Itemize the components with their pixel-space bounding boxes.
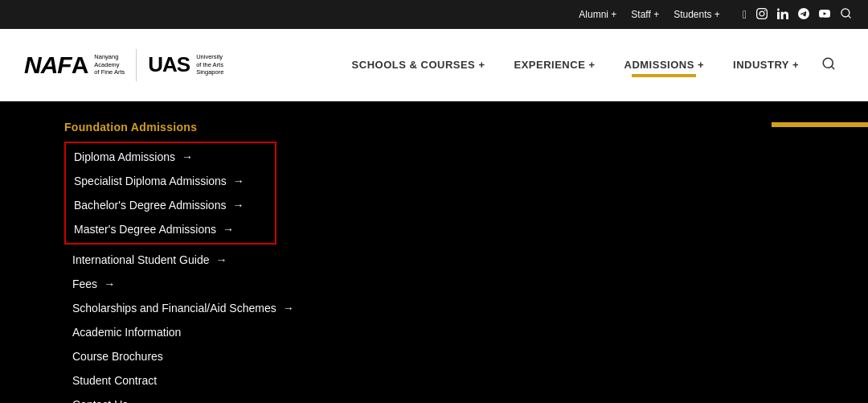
plain-menu-group: International Student Guide → Fees → Sch… [64, 248, 868, 403]
masters-degree-item[interactable]: Master's Degree Admissions → [66, 217, 275, 241]
fees-item[interactable]: Fees → [64, 272, 868, 296]
international-student-guide-item[interactable]: International Student Guide → [64, 248, 868, 272]
staff-link[interactable]: Staff + [631, 9, 659, 20]
uas-logo-text: UAS [148, 52, 190, 77]
students-link[interactable]: Students + [674, 9, 720, 20]
alumni-link[interactable]: Alumni + [579, 9, 616, 20]
scholarships-item[interactable]: Scholarships and Financial/Aid Schemes → [64, 296, 868, 320]
nafa-logo-text: NAFA [24, 51, 88, 79]
telegram-icon[interactable] [798, 8, 809, 22]
nafa-subtitle: Nanyang Academy of Fine Arts [94, 53, 125, 76]
scholarships-label: Scholarships and Financial/Aid Schemes [72, 302, 276, 315]
masters-degree-arrow: → [223, 223, 234, 236]
academic-information-label: Academic Information [72, 326, 181, 339]
diploma-admissions-arrow: → [182, 150, 193, 163]
section-title: Foundation Admissions [64, 121, 868, 134]
course-brochures-label: Course Brochures [72, 350, 163, 363]
specialist-diploma-arrow: → [233, 175, 244, 187]
diploma-admissions-item[interactable]: Diploma Admissions → [66, 145, 275, 169]
course-brochures-item[interactable]: Course Brochures [64, 344, 868, 368]
academic-information-item[interactable]: Academic Information [64, 320, 868, 344]
uas-subtitle: University of the Arts Singapore [196, 53, 223, 76]
contact-us-label: Contact Us [72, 398, 128, 403]
international-student-guide-arrow: → [215, 253, 227, 266]
scholarships-arrow: → [283, 302, 294, 315]
international-student-guide-label: International Student Guide [72, 253, 209, 266]
nav-schools[interactable]: SCHOOLS & COURSES + [338, 59, 500, 71]
boxed-menu-group: Diploma Admissions → Specialist Diploma … [64, 142, 276, 245]
main-nav: SCHOOLS & COURSES + EXPERIENCE + ADMISSI… [338, 56, 844, 74]
masters-degree-label: Master's Degree Admissions [74, 223, 216, 236]
uas-logo[interactable]: UAS University of the Arts Singapore [148, 52, 223, 77]
header-search-icon[interactable] [813, 56, 844, 74]
nav-admissions[interactable]: ADMISSIONS + [610, 59, 719, 71]
contact-us-item[interactable]: Contact Us [64, 393, 868, 403]
admissions-dropdown: Foundation Admissions Diploma Admissions… [0, 101, 868, 403]
logo-area[interactable]: NAFA Nanyang Academy of Fine Arts UAS Un… [24, 49, 223, 81]
admissions-yellow-bar [772, 122, 868, 127]
facebook-icon[interactable]:  [743, 8, 747, 21]
bachelors-degree-arrow: → [232, 199, 244, 212]
nav-industry[interactable]: INDUSTRY + [719, 59, 813, 71]
nafa-logo[interactable]: NAFA Nanyang Academy of Fine Arts [24, 51, 125, 79]
search-icon[interactable] [840, 7, 852, 22]
bachelors-degree-label: Bachelor's Degree Admissions [74, 199, 226, 212]
youtube-icon[interactable] [819, 8, 830, 22]
student-contract-item[interactable]: Student Contract [64, 368, 868, 393]
specialist-diploma-label: Specialist Diploma Admissions [74, 175, 227, 187]
student-contract-label: Student Contract [72, 374, 157, 387]
social-icons:  [743, 7, 852, 22]
top-bar-links: Alumni + Staff + Students + [579, 9, 720, 20]
diploma-admissions-label: Diploma Admissions [74, 150, 175, 163]
header: NAFA Nanyang Academy of Fine Arts UAS Un… [0, 29, 868, 101]
linkedin-icon[interactable] [777, 8, 788, 22]
bachelors-degree-item[interactable]: Bachelor's Degree Admissions → [66, 193, 275, 217]
top-bar: Alumni + Staff + Students +  [0, 0, 868, 29]
nav-experience[interactable]: EXPERIENCE + [500, 59, 610, 71]
fees-arrow: → [104, 278, 115, 290]
specialist-diploma-item[interactable]: Specialist Diploma Admissions → [66, 169, 275, 193]
instagram-icon[interactable] [756, 8, 768, 22]
fees-label: Fees [72, 278, 97, 290]
logo-divider [136, 49, 137, 81]
